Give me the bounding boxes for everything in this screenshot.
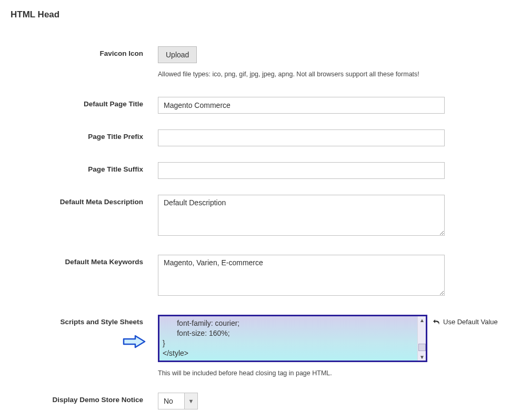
row-demo-notice: Display Demo Store Notice No ▼ — [0, 393, 511, 409]
scroll-up-icon[interactable]: ▲ — [418, 316, 426, 324]
section-title: HTML Head — [0, 0, 511, 25]
undo-icon[interactable] — [433, 318, 441, 326]
row-scripts: Scripts and Style Sheets font-family: co… — [0, 315, 511, 377]
demo-notice-value[interactable]: No — [158, 393, 184, 409]
demo-notice-select[interactable]: No ▼ — [158, 393, 445, 409]
meta-keywords-textarea[interactable]: Magento, Varien, E-commerce — [158, 255, 445, 296]
label-meta-desc: Default Meta Description — [0, 195, 158, 206]
meta-description-textarea[interactable]: Default Description — [158, 195, 445, 236]
scroll-down-icon[interactable]: ▼ — [418, 353, 426, 361]
scripts-content: font-family: courier; font-size: 160%; }… — [163, 318, 415, 358]
default-page-title-input[interactable] — [158, 97, 445, 114]
row-page-title: Default Page Title — [0, 97, 511, 114]
row-prefix: Page Title Prefix — [0, 129, 511, 146]
scripts-textarea[interactable]: font-family: courier; font-size: 160%; }… — [158, 315, 427, 362]
page-title-suffix-input[interactable] — [158, 162, 445, 179]
scroll-thumb[interactable] — [418, 344, 426, 351]
page-title-prefix-input[interactable] — [158, 129, 445, 146]
label-demo-notice: Display Demo Store Notice — [0, 393, 158, 404]
label-prefix: Page Title Prefix — [0, 129, 158, 141]
label-scripts-text: Scripts and Style Sheets — [60, 318, 143, 326]
form-area: Favicon Icon Upload Allowed file types: … — [0, 46, 511, 409]
scrollbar[interactable]: ▲ ▼ — [417, 316, 426, 361]
use-default-value-link[interactable]: Use Default Value — [443, 318, 498, 326]
row-meta-keys: Default Meta Keywords Magento, Varien, E… — [0, 255, 511, 296]
row-favicon: Favicon Icon Upload Allowed file types: … — [0, 46, 511, 78]
row-meta-desc: Default Meta Description Default Descrip… — [0, 195, 511, 236]
row-suffix: Page Title Suffix — [0, 162, 511, 179]
favicon-hint: Allowed file types: ico, png, gif, jpg, … — [158, 71, 445, 78]
label-favicon: Favicon Icon — [0, 46, 158, 57]
label-scripts: Scripts and Style Sheets — [0, 315, 158, 326]
label-page-title: Default Page Title — [0, 97, 158, 108]
label-suffix: Page Title Suffix — [0, 162, 158, 173]
arrow-annotation-icon — [123, 335, 146, 351]
scripts-hint: This will be included before head closin… — [158, 369, 427, 377]
upload-button[interactable]: Upload — [158, 46, 197, 63]
chevron-down-icon[interactable]: ▼ — [184, 393, 198, 409]
label-meta-keys: Default Meta Keywords — [0, 255, 158, 266]
